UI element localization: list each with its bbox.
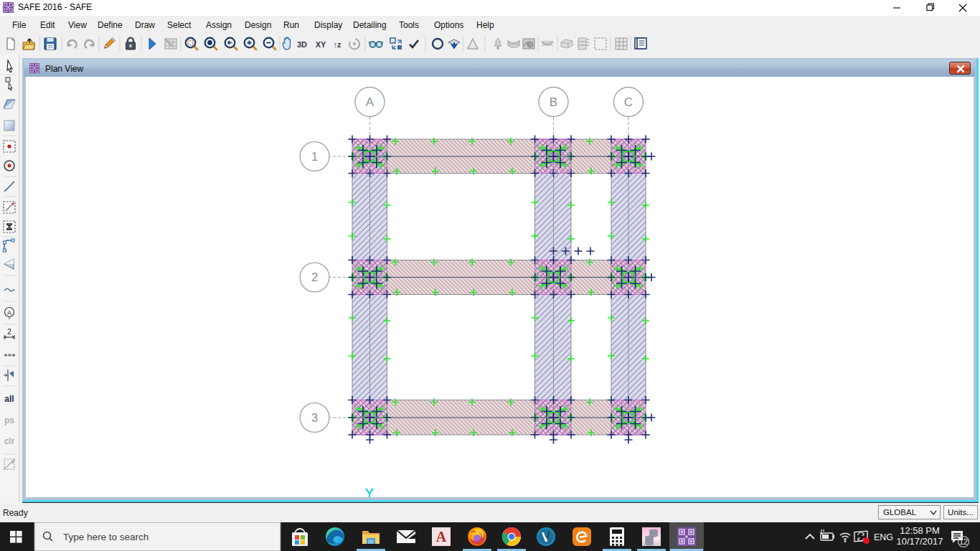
svg-text:XY: XY xyxy=(316,40,326,49)
svg-text:ENG: ENG xyxy=(874,532,893,542)
svg-text:12: 12 xyxy=(959,537,968,546)
svg-text:ps: ps xyxy=(4,415,14,425)
svg-text:A: A xyxy=(436,529,447,545)
svg-text:1: 1 xyxy=(311,150,318,163)
svg-text:2: 2 xyxy=(311,270,318,283)
svg-text:all: all xyxy=(4,394,14,404)
svg-text:A: A xyxy=(366,95,374,109)
svg-text:Type here to search: Type here to search xyxy=(63,532,149,542)
svg-text:3: 3 xyxy=(311,411,318,424)
svg-text:A: A xyxy=(7,309,11,316)
svg-text:↑z: ↑z xyxy=(334,40,342,49)
svg-text:clr: clr xyxy=(4,436,15,446)
svg-text:10/17/2017: 10/17/2017 xyxy=(896,536,943,547)
svg-text:3D: 3D xyxy=(297,40,307,49)
svg-text:B: B xyxy=(550,95,557,109)
svg-text:C: C xyxy=(624,95,633,109)
svg-text:12:58 PM: 12:58 PM xyxy=(900,525,940,536)
svg-text:2: 2 xyxy=(7,328,11,336)
